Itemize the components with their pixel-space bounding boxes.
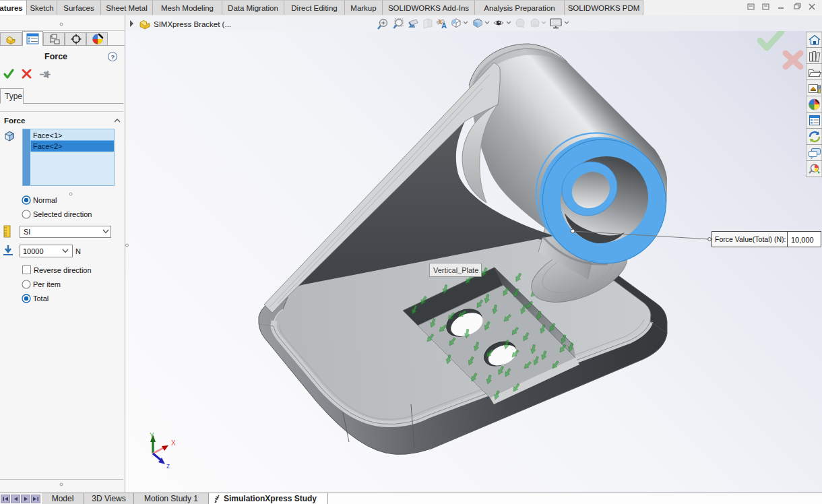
svg-text:Force: Force xyxy=(4,117,25,125)
svg-text:A: A xyxy=(441,22,447,30)
svg-text:SIMXpress Bracket (...: SIMXpress Bracket (... xyxy=(154,20,231,28)
svg-text:Total: Total xyxy=(33,294,49,303)
svg-text:Normal: Normal xyxy=(33,196,57,204)
svg-text:Per item: Per item xyxy=(33,280,61,288)
svg-text:X: X xyxy=(171,439,176,447)
svg-text:Reverse direction: Reverse direction xyxy=(34,266,92,274)
svg-text:10,000: 10,000 xyxy=(791,236,814,244)
svg-text:Selected direction: Selected direction xyxy=(33,210,92,218)
svg-text:N: N xyxy=(75,247,81,255)
svg-text:z: z xyxy=(166,462,170,470)
svg-text:Force Value(Total) (N):: Force Value(Total) (N): xyxy=(715,235,786,243)
svg-text:Y: Y xyxy=(150,432,154,439)
svg-text:Vertical_Plate: Vertical_Plate xyxy=(433,266,478,274)
svg-text:Face<1>: Face<1> xyxy=(33,131,62,139)
svg-text:10000: 10000 xyxy=(23,247,44,255)
svg-text:Force: Force xyxy=(44,52,67,61)
svg-text:Face<2>: Face<2> xyxy=(33,142,62,150)
svg-text:SI: SI xyxy=(24,228,30,236)
svg-text:?: ? xyxy=(110,53,115,61)
svg-text:Type: Type xyxy=(5,92,22,101)
